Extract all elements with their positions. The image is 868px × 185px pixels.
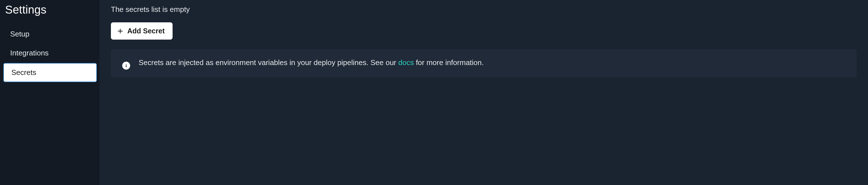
info-icon xyxy=(122,62,130,70)
info-text-after: for more information. xyxy=(414,58,484,67)
add-secret-button[interactable]: Add Secret xyxy=(111,22,173,40)
settings-sidebar: Settings Setup Integrations Secrets xyxy=(0,0,100,185)
sidebar-title: Settings xyxy=(0,3,100,25)
docs-link[interactable]: docs xyxy=(398,58,414,67)
info-callout: Secrets are injected as environment vari… xyxy=(111,49,857,78)
info-text-before: Secrets are injected as environment vari… xyxy=(138,58,398,67)
main-content: The secrets list is empty Add Secret Sec… xyxy=(100,0,868,185)
empty-state-text: The secrets list is empty xyxy=(111,5,857,14)
svg-point-2 xyxy=(126,64,127,65)
svg-rect-3 xyxy=(126,65,127,67)
plus-icon xyxy=(117,28,123,34)
add-secret-button-label: Add Secret xyxy=(127,27,165,35)
sidebar-item-setup[interactable]: Setup xyxy=(3,25,97,43)
info-text: Secrets are injected as environment vari… xyxy=(138,57,484,68)
sidebar-item-secrets[interactable]: Secrets xyxy=(3,63,97,82)
sidebar-item-integrations[interactable]: Integrations xyxy=(3,44,97,62)
